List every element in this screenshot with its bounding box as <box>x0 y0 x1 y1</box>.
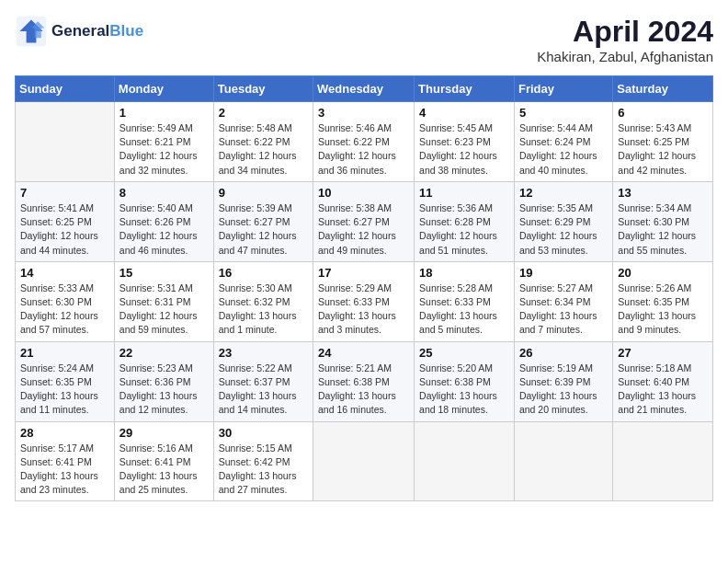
calendar-cell: 18Sunrise: 5:28 AM Sunset: 6:33 PM Dayli… <box>415 261 515 341</box>
day-number: 24 <box>318 346 409 360</box>
day-info: Sunrise: 5:16 AM Sunset: 6:41 PM Dayligh… <box>119 442 209 498</box>
day-info: Sunrise: 5:48 AM Sunset: 6:22 PM Dayligh… <box>219 121 308 178</box>
day-info: Sunrise: 5:15 AM Sunset: 6:42 PM Dayligh… <box>219 442 308 498</box>
logo-icon <box>15 15 48 48</box>
calendar-header-row: SundayMondayTuesdayWednesdayThursdayFrid… <box>16 76 713 102</box>
calendar-cell: 2Sunrise: 5:48 AM Sunset: 6:22 PM Daylig… <box>213 102 313 182</box>
day-info: Sunrise: 5:36 AM Sunset: 6:28 PM Dayligh… <box>419 201 509 258</box>
day-info: Sunrise: 5:44 AM Sunset: 6:24 PM Dayligh… <box>519 121 608 178</box>
calendar-cell: 14Sunrise: 5:33 AM Sunset: 6:30 PM Dayli… <box>16 261 115 341</box>
day-info: Sunrise: 5:20 AM Sunset: 6:38 PM Dayligh… <box>419 362 509 418</box>
day-info: Sunrise: 5:19 AM Sunset: 6:39 PM Dayligh… <box>519 362 608 418</box>
calendar-cell <box>313 421 415 501</box>
day-number: 20 <box>618 266 708 280</box>
calendar-cell: 19Sunrise: 5:27 AM Sunset: 6:34 PM Dayli… <box>514 261 612 341</box>
calendar-table: SundayMondayTuesdayWednesdayThursdayFrid… <box>15 75 713 501</box>
day-info: Sunrise: 5:24 AM Sunset: 6:35 PM Dayligh… <box>20 362 109 418</box>
calendar-cell: 17Sunrise: 5:29 AM Sunset: 6:33 PM Dayli… <box>313 261 415 341</box>
calendar-cell <box>613 421 713 501</box>
day-number: 10 <box>318 186 409 200</box>
day-number: 15 <box>119 266 209 280</box>
day-number: 17 <box>318 266 409 280</box>
day-info: Sunrise: 5:22 AM Sunset: 6:37 PM Dayligh… <box>219 362 308 418</box>
day-number: 5 <box>519 106 608 120</box>
day-number: 30 <box>219 426 308 440</box>
day-number: 16 <box>219 266 308 280</box>
day-info: Sunrise: 5:23 AM Sunset: 6:36 PM Dayligh… <box>119 362 209 418</box>
day-number: 18 <box>419 266 509 280</box>
calendar-cell: 23Sunrise: 5:22 AM Sunset: 6:37 PM Dayli… <box>213 341 313 421</box>
day-info: Sunrise: 5:28 AM Sunset: 6:33 PM Dayligh… <box>419 282 509 338</box>
header-tuesday: Tuesday <box>213 76 313 102</box>
calendar-cell: 3Sunrise: 5:46 AM Sunset: 6:22 PM Daylig… <box>313 102 415 182</box>
calendar-cell: 26Sunrise: 5:19 AM Sunset: 6:39 PM Dayli… <box>514 341 612 421</box>
day-info: Sunrise: 5:26 AM Sunset: 6:35 PM Dayligh… <box>618 282 708 338</box>
day-number: 27 <box>618 346 708 360</box>
day-info: Sunrise: 5:21 AM Sunset: 6:38 PM Dayligh… <box>318 362 409 418</box>
calendar-cell: 6Sunrise: 5:43 AM Sunset: 6:25 PM Daylig… <box>613 102 713 182</box>
calendar-cell: 4Sunrise: 5:45 AM Sunset: 6:23 PM Daylig… <box>415 102 515 182</box>
day-info: Sunrise: 5:49 AM Sunset: 6:21 PM Dayligh… <box>119 121 209 178</box>
calendar-cell: 7Sunrise: 5:41 AM Sunset: 6:25 PM Daylig… <box>16 181 115 261</box>
day-number: 13 <box>618 186 708 200</box>
day-number: 2 <box>219 106 308 120</box>
page-header: GeneralBlue April 2024 Khakiran, Zabul, … <box>15 15 713 64</box>
week-row-2: 7Sunrise: 5:41 AM Sunset: 6:25 PM Daylig… <box>16 181 713 261</box>
logo-text: GeneralBlue <box>51 22 143 40</box>
day-number: 4 <box>419 106 509 120</box>
day-info: Sunrise: 5:39 AM Sunset: 6:27 PM Dayligh… <box>219 201 308 258</box>
logo: GeneralBlue <box>15 15 143 48</box>
day-info: Sunrise: 5:29 AM Sunset: 6:33 PM Dayligh… <box>318 282 409 338</box>
day-number: 8 <box>119 186 209 200</box>
calendar-cell: 10Sunrise: 5:38 AM Sunset: 6:27 PM Dayli… <box>313 181 415 261</box>
day-number: 9 <box>219 186 308 200</box>
calendar-cell: 22Sunrise: 5:23 AM Sunset: 6:36 PM Dayli… <box>114 341 213 421</box>
calendar-cell: 13Sunrise: 5:34 AM Sunset: 6:30 PM Dayli… <box>613 181 713 261</box>
day-number: 22 <box>119 346 209 360</box>
day-info: Sunrise: 5:35 AM Sunset: 6:29 PM Dayligh… <box>519 201 608 258</box>
calendar-cell: 16Sunrise: 5:30 AM Sunset: 6:32 PM Dayli… <box>213 261 313 341</box>
day-number: 23 <box>219 346 308 360</box>
day-number: 26 <box>519 346 608 360</box>
day-info: Sunrise: 5:31 AM Sunset: 6:31 PM Dayligh… <box>119 282 209 338</box>
week-row-5: 28Sunrise: 5:17 AM Sunset: 6:41 PM Dayli… <box>16 421 713 501</box>
calendar-cell <box>415 421 515 501</box>
day-number: 29 <box>119 426 209 440</box>
week-row-1: 1Sunrise: 5:49 AM Sunset: 6:21 PM Daylig… <box>16 102 713 182</box>
calendar-cell: 24Sunrise: 5:21 AM Sunset: 6:38 PM Dayli… <box>313 341 415 421</box>
calendar-cell: 25Sunrise: 5:20 AM Sunset: 6:38 PM Dayli… <box>415 341 515 421</box>
calendar-cell: 5Sunrise: 5:44 AM Sunset: 6:24 PM Daylig… <box>514 102 612 182</box>
day-info: Sunrise: 5:38 AM Sunset: 6:27 PM Dayligh… <box>318 201 409 258</box>
header-sunday: Sunday <box>16 76 115 102</box>
calendar-cell: 1Sunrise: 5:49 AM Sunset: 6:21 PM Daylig… <box>114 102 213 182</box>
calendar-cell: 30Sunrise: 5:15 AM Sunset: 6:42 PM Dayli… <box>213 421 313 501</box>
calendar-cell: 28Sunrise: 5:17 AM Sunset: 6:41 PM Dayli… <box>16 421 115 501</box>
day-number: 7 <box>20 186 109 200</box>
week-row-4: 21Sunrise: 5:24 AM Sunset: 6:35 PM Dayli… <box>16 341 713 421</box>
header-monday: Monday <box>114 76 213 102</box>
day-number: 1 <box>119 106 209 120</box>
day-number: 19 <box>519 266 608 280</box>
day-info: Sunrise: 5:45 AM Sunset: 6:23 PM Dayligh… <box>419 121 509 178</box>
header-saturday: Saturday <box>613 76 713 102</box>
calendar-cell: 21Sunrise: 5:24 AM Sunset: 6:35 PM Dayli… <box>16 341 115 421</box>
header-wednesday: Wednesday <box>313 76 415 102</box>
day-number: 28 <box>20 426 109 440</box>
day-info: Sunrise: 5:34 AM Sunset: 6:30 PM Dayligh… <box>618 201 708 258</box>
day-info: Sunrise: 5:43 AM Sunset: 6:25 PM Dayligh… <box>618 121 708 178</box>
day-info: Sunrise: 5:18 AM Sunset: 6:40 PM Dayligh… <box>618 362 708 418</box>
calendar-cell: 29Sunrise: 5:16 AM Sunset: 6:41 PM Dayli… <box>114 421 213 501</box>
day-number: 11 <box>419 186 509 200</box>
calendar-cell: 27Sunrise: 5:18 AM Sunset: 6:40 PM Dayli… <box>613 341 713 421</box>
day-info: Sunrise: 5:46 AM Sunset: 6:22 PM Dayligh… <box>318 121 409 178</box>
day-info: Sunrise: 5:40 AM Sunset: 6:26 PM Dayligh… <box>119 201 209 258</box>
day-number: 14 <box>20 266 109 280</box>
day-number: 12 <box>519 186 608 200</box>
calendar-cell <box>16 102 115 182</box>
day-number: 25 <box>419 346 509 360</box>
calendar-cell <box>514 421 612 501</box>
calendar-cell: 12Sunrise: 5:35 AM Sunset: 6:29 PM Dayli… <box>514 181 612 261</box>
day-info: Sunrise: 5:41 AM Sunset: 6:25 PM Dayligh… <box>20 201 109 258</box>
calendar-cell: 15Sunrise: 5:31 AM Sunset: 6:31 PM Dayli… <box>114 261 213 341</box>
header-friday: Friday <box>514 76 612 102</box>
